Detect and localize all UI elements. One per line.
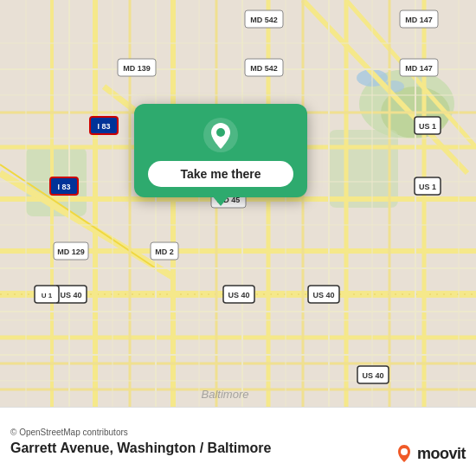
svg-text:MD 147: MD 147 (405, 64, 433, 73)
svg-text:MD 139: MD 139 (123, 64, 151, 73)
svg-text:US 40: US 40 (60, 291, 81, 299)
svg-text:US 40: US 40 (228, 291, 249, 299)
svg-text:MD 129: MD 129 (57, 248, 85, 256)
take-me-there-button[interactable]: Take me there (148, 161, 293, 187)
moovit-logo: moovit (394, 443, 466, 464)
svg-text:US 1: US 1 (419, 122, 436, 131)
location-pin-icon (202, 116, 240, 154)
svg-point-89 (216, 128, 225, 137)
map-view[interactable]: MD 542 MD 147 MD 139 MD 542 MD 147 I 83 … (0, 0, 476, 407)
svg-point-90 (401, 448, 408, 455)
svg-text:U 1: U 1 (42, 292, 53, 299)
popup-tail (212, 196, 229, 206)
svg-text:MD 542: MD 542 (250, 16, 278, 24)
svg-text:I 83: I 83 (97, 122, 110, 131)
svg-text:US 40: US 40 (362, 371, 383, 380)
bottom-bar: © OpenStreetMap contributors Garrett Ave… (0, 407, 476, 476)
svg-text:MD 542: MD 542 (250, 64, 278, 73)
svg-text:MD 147: MD 147 (405, 16, 433, 24)
location-popup: Take me there (134, 104, 307, 197)
svg-text:US 1: US 1 (419, 183, 436, 191)
map-attribution: © OpenStreetMap contributors (10, 428, 466, 437)
svg-text:US 40: US 40 (312, 291, 334, 299)
svg-text:I 83: I 83 (57, 183, 70, 191)
svg-text:Baltimore: Baltimore (202, 388, 249, 401)
moovit-pin-icon (394, 443, 415, 464)
svg-rect-4 (329, 130, 398, 208)
svg-text:MD 2: MD 2 (155, 248, 174, 256)
moovit-text: moovit (417, 445, 466, 463)
